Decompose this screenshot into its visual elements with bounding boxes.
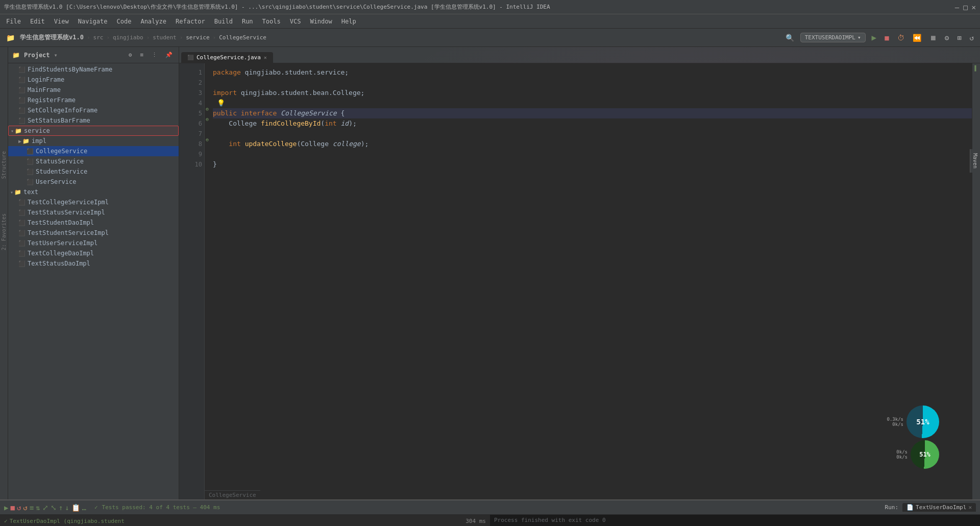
editor-content[interactable]: 1 2 3 4 5 6 7 8 9 10 ⊕ ⊕ package qingjia… bbox=[179, 63, 980, 499]
tree-item-StudentService[interactable]: ⬛ StudentService bbox=[8, 166, 179, 177]
run-rerun2-button[interactable]: ↺ bbox=[23, 504, 27, 512]
more-button[interactable]: … bbox=[82, 504, 86, 512]
settings-gear-icon[interactable]: ⋮ bbox=[150, 51, 159, 59]
search-icon[interactable]: 🔍 bbox=[783, 33, 796, 43]
close-button[interactable]: ✕ bbox=[972, 3, 976, 11]
menu-code[interactable]: Code bbox=[113, 17, 136, 26]
bulb-icon: 💡 bbox=[217, 98, 225, 108]
run-tab-TextUserDaoImpl[interactable]: 📄 TextUserDaoImpl ✕ bbox=[902, 503, 976, 512]
menu-refactor[interactable]: Refactor bbox=[172, 17, 209, 26]
scroll-down-button[interactable]: ↓ bbox=[65, 504, 69, 512]
tree-item-impl[interactable]: ▶ 📁 impl bbox=[8, 136, 179, 146]
tree-item-SetCollegeInfoFrame[interactable]: ⬛ SetCollegeInfoFrame bbox=[8, 105, 179, 115]
tree-item-MainFrame[interactable]: ⬛ MainFrame bbox=[8, 85, 179, 95]
tree-item-CollegeService[interactable]: ⬛ CollegeService bbox=[8, 146, 179, 156]
java-class-icon: ⬛ bbox=[18, 199, 26, 206]
run-output-text: Process finished with exit code 0 bbox=[494, 517, 606, 523]
tree-item-TestStudentDaoImpl[interactable]: ⬛ TestStudentDaoImpl bbox=[8, 218, 179, 228]
run-item-label1: TextUserDaoImpl (qingjiabo.student bbox=[10, 518, 125, 524]
tree-item-LoginFrame[interactable]: ⬛ LoginFrame bbox=[8, 75, 179, 85]
tree-item-TextStatusDaoImpl[interactable]: ⬛ TextStatusDaoImpl bbox=[8, 258, 179, 269]
tree-item-TestStatusServiceImpl[interactable]: ⬛ TestStatusServiceImpl bbox=[8, 207, 179, 218]
menu-vcs[interactable]: VCS bbox=[286, 17, 305, 26]
tree-item-TestStudentServiceImpl[interactable]: ⬛ TestStudentServiceImpl bbox=[8, 228, 179, 238]
menu-tools[interactable]: Tools bbox=[258, 17, 285, 26]
menu-help[interactable]: Help bbox=[337, 17, 360, 26]
run-play-button[interactable]: ▶ bbox=[4, 504, 8, 512]
line-num-2: 2 bbox=[179, 78, 202, 88]
window-controls[interactable]: — □ ✕ bbox=[955, 3, 976, 11]
sort2-button[interactable]: ⇅ bbox=[36, 504, 40, 512]
param-id: id bbox=[337, 118, 349, 129]
menu-run[interactable]: Run bbox=[238, 17, 257, 26]
scroll-up-button[interactable]: ↑ bbox=[59, 504, 63, 512]
code-line-9 bbox=[213, 149, 980, 159]
menu-analyze[interactable]: Analyze bbox=[136, 17, 170, 26]
tree-item-StatusService[interactable]: ⬛ StatusService bbox=[8, 156, 179, 166]
editor-tab-CollegeService[interactable]: ⬛ CollegeService.java ✕ bbox=[181, 52, 273, 63]
mem-circle[interactable]: 51% bbox=[911, 440, 939, 469]
code-line-3: import qingjiabo.student.bean.College; bbox=[213, 88, 980, 98]
expand-button[interactable]: ⤢ bbox=[42, 504, 48, 512]
tree-item-TextCollegeDaoImpl[interactable]: ⬛ TextCollegeDaoImpl bbox=[8, 248, 179, 258]
run-stop-button[interactable]: ■ bbox=[10, 504, 14, 512]
run-left-panel: ✓ TextUserDaoImpl (qingjiabo.student 304… bbox=[0, 515, 490, 526]
right-sidebar-indicator: ▌ bbox=[974, 65, 977, 71]
panel-pin-icon[interactable]: 📌 bbox=[163, 51, 175, 59]
run-item-1[interactable]: ✓ TextUserDaoImpl (qingjiabo.student 304… bbox=[4, 517, 486, 525]
panel-dropdown-icon[interactable]: ▾ bbox=[54, 52, 58, 59]
tree-item-UserService[interactable]: ⬛ UserService bbox=[8, 177, 179, 187]
run-button[interactable]: ▶ bbox=[870, 32, 879, 43]
run-config-dropdown[interactable]: TEXTUSERDAOIMPL ▾ bbox=[800, 33, 866, 42]
menu-window[interactable]: Window bbox=[306, 17, 336, 26]
bc-service: service bbox=[186, 34, 209, 41]
git-icon[interactable]: ↺ bbox=[968, 33, 976, 43]
tab-close-button[interactable]: ✕ bbox=[264, 55, 267, 60]
menu-build[interactable]: Build bbox=[210, 17, 237, 26]
code-editor[interactable]: ⊕ ⊕ package qingjiabo.student.service; i… bbox=[205, 63, 980, 499]
menu-file[interactable]: File bbox=[2, 17, 25, 26]
menu-view[interactable]: View bbox=[50, 17, 73, 26]
keyword-package: package bbox=[213, 67, 241, 78]
tree-item-label: SetStatusBarFrame bbox=[28, 117, 90, 124]
maximize-button[interactable]: □ bbox=[963, 3, 967, 11]
run-tab-close[interactable]: ✕ bbox=[968, 504, 972, 511]
minimize-button[interactable]: — bbox=[955, 3, 959, 11]
maven-panel-tab[interactable]: Maven bbox=[970, 149, 980, 173]
tree-item-TestUserServiceImpl[interactable]: ⬛ TestUserServiceImpl bbox=[8, 238, 179, 248]
tab-icon: ⬛ bbox=[187, 55, 193, 60]
profile-button[interactable]: ⏪ bbox=[911, 33, 923, 43]
favorites-panel-tab[interactable]: 2: Favorites bbox=[0, 211, 8, 252]
export-button[interactable]: 📋 bbox=[71, 504, 80, 512]
collapse-all-icon[interactable]: ≡ bbox=[138, 51, 145, 59]
layout-icon[interactable]: ⊞ bbox=[955, 33, 963, 43]
method-name2: updateCollege bbox=[245, 139, 297, 149]
menu-edit[interactable]: Edit bbox=[26, 17, 49, 26]
structure-panel-tab[interactable]: Structure bbox=[0, 149, 8, 181]
collapse-button[interactable]: ⤡ bbox=[51, 504, 57, 512]
run-rerun-button[interactable]: ↺ bbox=[17, 504, 21, 512]
tree-item-RegisterFrame[interactable]: ⬛ RegisterFrame bbox=[8, 95, 179, 105]
java-class-icon: ⬛ bbox=[18, 117, 26, 124]
coverage-button[interactable]: ⏱ bbox=[895, 33, 906, 43]
menu-navigate[interactable]: Navigate bbox=[74, 17, 112, 26]
tree-item-text[interactable]: ▾ 📁 text bbox=[8, 187, 179, 197]
run-panel: ▶ ■ ↺ ↺ ≡ ⇅ ⤢ ⤡ ↑ ↓ 📋 … ✓ Tests passed: … bbox=[0, 499, 980, 526]
expand-icon: ▶ bbox=[18, 138, 21, 144]
tree-item-label: MainFrame bbox=[28, 86, 61, 93]
tree-item-service[interactable]: ▾ 📁 service bbox=[8, 126, 179, 136]
debug-button[interactable]: ■ bbox=[883, 33, 891, 43]
stop-button[interactable]: ⏹ bbox=[927, 33, 939, 43]
tree-item-label: FindStudentsByNameFrame bbox=[28, 66, 112, 73]
tree-item-label: TextCollegeDaoImpl bbox=[28, 250, 94, 257]
code-line-10: } bbox=[213, 159, 980, 170]
keyword-public: public bbox=[213, 108, 237, 118]
settings-icon[interactable]: ⚙ bbox=[943, 33, 951, 43]
tree-item-TestCollegeServiceIpml[interactable]: ⬛ TestCollegeServiceIpml bbox=[8, 197, 179, 207]
cpu-circle[interactable]: 51% bbox=[906, 405, 939, 438]
scope-icon[interactable]: ⚙ bbox=[127, 51, 134, 59]
tree-item-FindStudentsByNameFrame[interactable]: ⬛ FindStudentsByNameFrame bbox=[8, 64, 179, 75]
sort-button[interactable]: ≡ bbox=[30, 504, 34, 512]
close-paren: ); bbox=[349, 118, 357, 129]
tree-item-SetStatusBarFrame[interactable]: ⬛ SetStatusBarFrame bbox=[8, 115, 179, 126]
